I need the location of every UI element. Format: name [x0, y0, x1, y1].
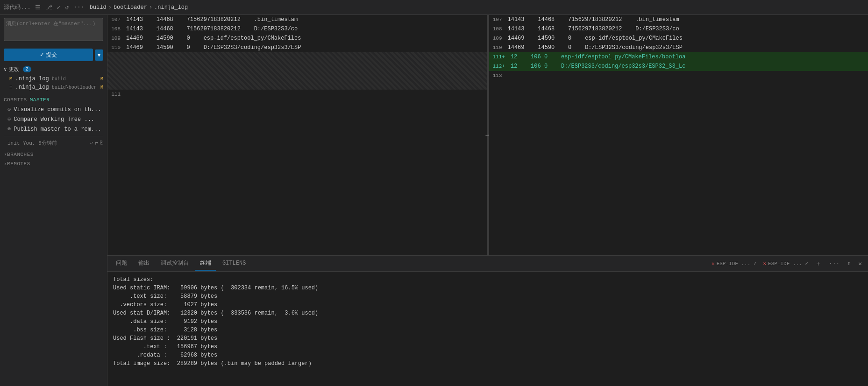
- publish-label: Publish master to a rem...: [14, 126, 101, 133]
- line-number: 109: [107, 35, 124, 41]
- visualize-label: Visualize commits on th...: [14, 106, 101, 113]
- diff-content: 10714143 14468 7156297183820212 .bin_tim…: [107, 15, 868, 255]
- source-control-title: 源代码...: [4, 3, 31, 11]
- copy-icon[interactable]: ⎘: [100, 140, 103, 146]
- commit-info-row: init You, 5分钟前 ↩ ⇄ ⎘: [0, 138, 107, 148]
- diff-right-pane[interactable]: 10714143 14468 7156297183820212 .bin_tim…: [489, 15, 868, 255]
- visualize-icon: ⊙: [7, 106, 11, 113]
- line-number: 111: [107, 91, 124, 97]
- commit-button[interactable]: ✓ 提交: [4, 49, 93, 61]
- branches-label: BRANCHES: [7, 152, 34, 157]
- terminal-close-btn[interactable]: ✕: [856, 259, 864, 269]
- branch-icon[interactable]: ⎇: [44, 3, 54, 12]
- file-name-1: .ninja_log: [15, 76, 49, 82]
- diff-line-left: 10914469 14590 0 esp-idf/esptool_py/CMak…: [107, 34, 487, 43]
- diff-line-right: 113: [489, 71, 868, 80]
- diff-hatch-left: [107, 52, 487, 90]
- file-list-icon: ≡: [9, 84, 13, 90]
- profile-label-1: ESP-IDF ... ✓: [717, 260, 757, 267]
- undo-icon[interactable]: ↩: [90, 140, 93, 146]
- publish-master-action[interactable]: ⊗ Publish master to a rem...: [0, 124, 107, 134]
- new-terminal-btn[interactable]: ＋: [813, 258, 824, 269]
- sync-icon[interactable]: ⇄: [95, 140, 98, 146]
- remotes-header[interactable]: › REMOTES: [0, 159, 107, 168]
- tab-output[interactable]: 输出: [134, 256, 154, 271]
- line-number: 108: [489, 26, 506, 32]
- sidebar: ✓ 提交 ▾ ∨ 更改 2 M .ninja_log build M ≡ .ni…: [0, 15, 107, 386]
- remotes-chevron-icon: ›: [4, 161, 7, 167]
- terminal-line: Used stat D/IRAM: 12320 bytes ( 333536 r…: [113, 309, 862, 317]
- line-number: 107: [107, 17, 124, 22]
- diff-line-right: 10914469 14590 0 esp-idf/esptool_py/CMak…: [489, 34, 868, 43]
- diff-line-left: 10814143 14468 7156297183820212 D:/ESP32…: [107, 24, 487, 34]
- changes-section-header[interactable]: ∨ 更改 2: [0, 64, 107, 75]
- publish-icon: ⊗: [7, 126, 11, 133]
- line-number: 108: [107, 26, 124, 32]
- breadcrumb-bootloader[interactable]: bootloader: [114, 4, 147, 11]
- more-icon[interactable]: ···: [72, 3, 85, 12]
- line-content: 14143 14468 7156297183820212 D:/ESP32S3/…: [124, 26, 487, 32]
- commits-section: COMMITS master ⊙ Visualize commits on th…: [0, 95, 107, 148]
- line-number: 110: [107, 45, 124, 50]
- line-number: 113: [489, 73, 506, 78]
- tab-debug-console[interactable]: 调试控制台: [156, 256, 193, 271]
- terminal-profile-2[interactable]: ✕ ESP-IDF ... ✓: [761, 260, 810, 267]
- breadcrumb: build › bootloader › .ninja_log: [90, 4, 188, 11]
- terminal-more-btn[interactable]: ···: [826, 259, 842, 268]
- terminal-line: .data size: 9192 bytes: [113, 317, 862, 326]
- profile-x-icon-1: ✕: [711, 260, 715, 267]
- main-layout: ✓ 提交 ▾ ∨ 更改 2 M .ninja_log build M ≡ .ni…: [0, 15, 868, 386]
- commits-divider: [4, 136, 103, 136]
- commit-message-input[interactable]: [4, 18, 103, 41]
- breadcrumb-file[interactable]: .ninja_log: [154, 4, 188, 11]
- file-status-2: M: [100, 85, 103, 90]
- commit-info-text: init You, 5分钟前: [7, 140, 57, 147]
- file-item-bootloader[interactable]: ≡ .ninja_log build\bootloader M: [0, 83, 107, 91]
- terminal-area: 问题 输出 调试控制台 终端 GITLENS ✕ ESP-IDF ... ✓ ✕…: [107, 255, 868, 386]
- file-path-2: build\bootloader: [52, 85, 97, 90]
- commit-dropdown-button[interactable]: ▾: [95, 49, 103, 61]
- breadcrumb-build[interactable]: build: [90, 4, 107, 11]
- line-number: 107: [489, 17, 506, 22]
- file-path-1: build: [52, 77, 66, 82]
- line-content: 14469 14590 0 esp-idf/esptool_py/CMakeFi…: [506, 35, 868, 42]
- diff-left-pane[interactable]: 10714143 14468 7156297183820212 .bin_tim…: [107, 15, 487, 255]
- refresh-icon[interactable]: ↺: [64, 3, 70, 12]
- commits-header: COMMITS master: [0, 95, 107, 105]
- terminal-line: .rodata : 62968 bytes: [113, 351, 862, 359]
- check-icon[interactable]: ✓: [56, 3, 62, 12]
- tab-terminal[interactable]: 终端: [195, 256, 216, 271]
- terminal-maximize-btn[interactable]: ⬆: [845, 259, 853, 269]
- compare-label: Compare Working Tree ...: [14, 116, 94, 123]
- branches-header[interactable]: › BRANCHES: [0, 150, 107, 159]
- tab-problems[interactable]: 问题: [111, 256, 132, 271]
- terminal-profile-1[interactable]: ✕ ESP-IDF ... ✓: [710, 260, 758, 267]
- diff-line-right: 11014469 14590 0 D:/ESP32S3/coding/esp32…: [489, 43, 868, 52]
- commits-branch-badge: master: [30, 97, 50, 103]
- line-number: 112+: [489, 63, 509, 69]
- file-item-build[interactable]: M .ninja_log build M: [0, 75, 107, 83]
- branches-section: › BRANCHES: [0, 150, 107, 159]
- terminal-line: Total sizes:: [113, 275, 862, 284]
- commits-label: COMMITS: [4, 97, 27, 103]
- diff-line-left: 111: [107, 90, 487, 99]
- commit-btn-row: ✓ 提交 ▾: [0, 46, 107, 64]
- changes-label: 更改: [9, 66, 19, 73]
- line-content: 14143 14468 7156297183820212 .bin_timest…: [124, 16, 487, 23]
- top-bar-icons: ☰ ⎇ ✓ ↺ ···: [34, 3, 86, 12]
- profile-label-2: ESP-IDF ... ✓: [768, 260, 808, 267]
- line-number: 111+: [489, 54, 509, 60]
- diff-line-right: 112+12 106 0 D:/ESP32S3/coding/esp32s3/E…: [489, 62, 868, 71]
- line-content: 14143 14468 7156297183820212 .bin_timest…: [506, 16, 868, 23]
- visualize-commits-action[interactable]: ⊙ Visualize commits on th...: [0, 105, 107, 114]
- menu-icon[interactable]: ☰: [34, 3, 42, 12]
- compare-working-tree-action[interactable]: ⊕ Compare Working Tree ...: [0, 114, 107, 124]
- terminal-line: .vectors size: 1027 bytes: [113, 301, 862, 309]
- diff-line-left: 10714143 14468 7156297183820212 .bin_tim…: [107, 15, 487, 24]
- line-number: 110: [489, 45, 506, 50]
- file-name-2: .ninja_log: [15, 84, 49, 91]
- terminal-line: Total image size: 289289 bytes (.bin may…: [113, 359, 862, 368]
- terminal-tab-actions: ✕ ESP-IDF ... ✓ ✕ ESP-IDF ... ✓ ＋ ··· ⬆ …: [710, 258, 864, 269]
- terminal-tabs: 问题 输出 调试控制台 终端 GITLENS ✕ ESP-IDF ... ✓ ✕…: [107, 256, 868, 272]
- tab-gitlens[interactable]: GITLENS: [218, 257, 250, 270]
